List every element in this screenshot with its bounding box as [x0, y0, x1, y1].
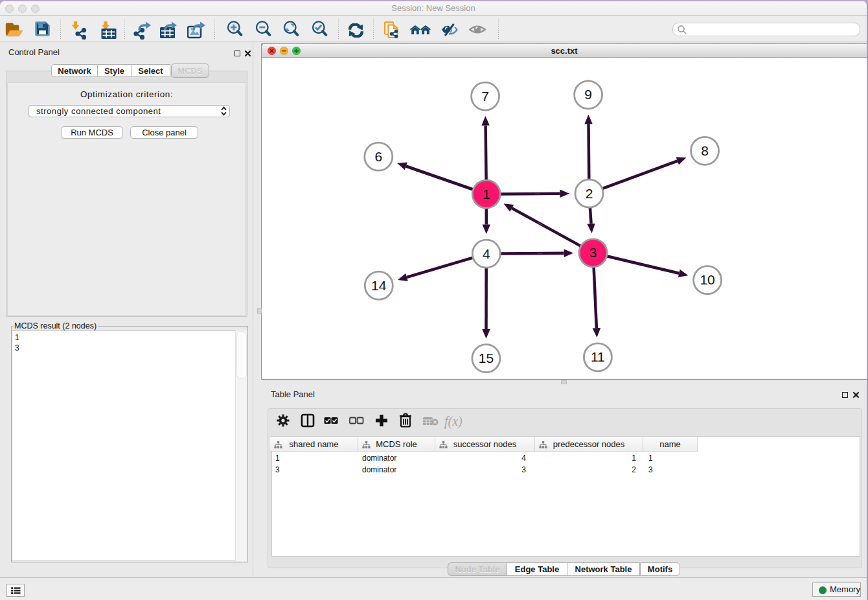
svg-text:4: 4 [483, 246, 490, 261]
svg-text:9: 9 [584, 87, 592, 102]
svg-text:10: 10 [700, 272, 714, 287]
svg-text:14: 14 [371, 278, 387, 293]
svg-text:15: 15 [479, 351, 494, 365]
svg-text:1: 1 [483, 187, 490, 202]
svg-text:3: 3 [589, 245, 597, 260]
svg-text:2: 2 [586, 186, 593, 201]
svg-text:8: 8 [701, 143, 709, 158]
svg-text:6: 6 [374, 149, 382, 164]
svg-text:11: 11 [591, 349, 605, 364]
svg-text:7: 7 [481, 89, 489, 104]
